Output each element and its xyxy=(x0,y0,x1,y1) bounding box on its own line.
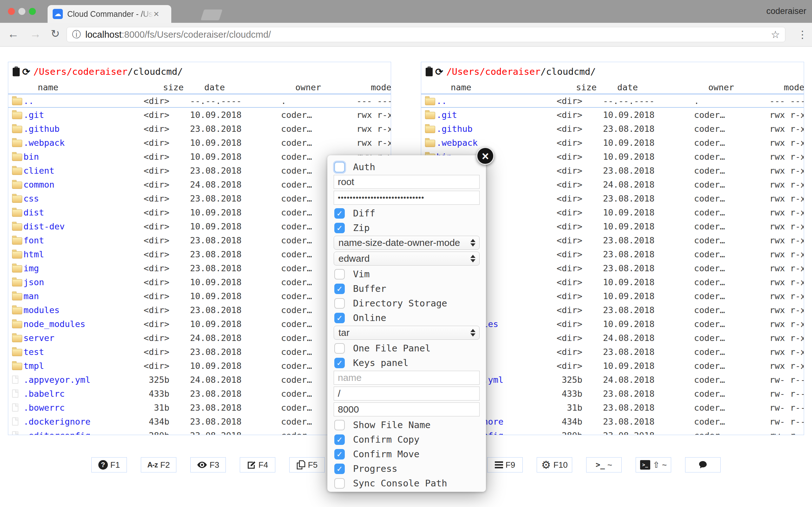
file-row[interactable]: .github<dir>23.08.2018coderaiserrwx r-x … xyxy=(8,122,391,135)
column-header-date[interactable]: date xyxy=(597,82,690,92)
progress-checkbox[interactable]: ✓ xyxy=(334,464,345,474)
window-close-button[interactable] xyxy=(8,8,15,15)
file-name-link[interactable]: font xyxy=(23,235,135,245)
copy-button[interactable]: F5 xyxy=(289,457,325,472)
close-icon[interactable]: × xyxy=(476,147,494,165)
view-button[interactable]: F3 xyxy=(190,457,226,472)
terminal-button[interactable]: >_⇧ ~ xyxy=(636,457,671,472)
file-row[interactable]: .webpack<dir>10.09.2018coderaiserrwx r-x… xyxy=(8,135,391,150)
file-name-link[interactable]: .webpack xyxy=(437,138,548,148)
file-row[interactable]: .github<dir>23.08.2018coderaiserrwx r-x … xyxy=(421,122,804,135)
keys-panel-checkbox[interactable]: ✓ xyxy=(334,358,345,368)
editor-select[interactable]: edward xyxy=(334,251,479,266)
console-button[interactable]: >_~ xyxy=(586,457,622,472)
file-name-link[interactable]: .webpack xyxy=(23,138,135,148)
columns-select[interactable]: name-size-date-owner-mode xyxy=(334,236,479,250)
column-header-owner[interactable]: owner xyxy=(277,82,355,92)
window-zoom-button[interactable] xyxy=(29,8,36,15)
new-tab-button[interactable] xyxy=(200,9,222,20)
auth-checkbox[interactable] xyxy=(334,162,345,172)
file-name-link[interactable]: man xyxy=(23,291,135,301)
file-name-link[interactable]: json xyxy=(23,277,135,287)
clipboard-icon[interactable] xyxy=(12,66,20,77)
bookmark-star-icon[interactable]: ☆ xyxy=(771,29,780,41)
file-name-link[interactable]: css xyxy=(23,193,135,204)
file-name-link[interactable]: .bowerrc xyxy=(23,403,135,412)
file-name-link[interactable]: .editorconfig xyxy=(23,431,135,435)
file-name-link[interactable]: modules xyxy=(23,305,135,315)
column-header-size[interactable]: size xyxy=(562,82,597,92)
file-name-link[interactable]: .. xyxy=(23,96,135,106)
file-name-link[interactable]: .github xyxy=(437,124,548,134)
file-row[interactable]: .webpack<dir>10.09.2018coderaiserrwx r-x… xyxy=(421,135,804,150)
file-name-link[interactable]: tmpl xyxy=(23,361,135,371)
zip-checkbox[interactable]: ✓ xyxy=(334,223,345,233)
file-name-link[interactable]: img xyxy=(23,263,135,273)
sync-console-path-checkbox[interactable] xyxy=(334,478,345,489)
file-name-link[interactable]: .appveyor.yml xyxy=(23,375,135,385)
show-file-name-checkbox[interactable] xyxy=(334,420,345,430)
path-link[interactable]: /Users/coderaiser xyxy=(446,66,541,77)
browser-tab[interactable]: ☁ Cloud Commander - /Users/co × xyxy=(48,5,171,23)
file-row[interactable]: .git<dir>10.09.2018coderaiserrwx r-x r-x xyxy=(421,108,804,122)
refresh-icon[interactable]: ⟳ xyxy=(435,66,443,77)
file-name-link[interactable]: common xyxy=(23,180,135,189)
file-name-link[interactable]: .github xyxy=(23,124,135,134)
tab-close-icon[interactable]: × xyxy=(154,9,159,19)
file-name-link[interactable]: .babelrc xyxy=(23,389,135,399)
file-row[interactable]: ..<dir>--.--.----.--- --- --- xyxy=(421,94,804,108)
confirm-copy-checkbox[interactable]: ✓ xyxy=(334,435,345,445)
file-name-link[interactable]: dist-dev xyxy=(23,222,135,231)
help-button[interactable]: ?F1 xyxy=(91,457,127,472)
diff-checkbox[interactable]: ✓ xyxy=(334,208,345,219)
file-name-link[interactable]: client xyxy=(23,166,135,176)
directory-storage-checkbox[interactable] xyxy=(334,298,345,308)
browser-menu-icon[interactable]: ⋮ xyxy=(798,29,808,41)
file-name-link[interactable]: .git xyxy=(23,110,135,120)
online-checkbox[interactable]: ✓ xyxy=(334,313,345,323)
info-icon[interactable]: ⓘ xyxy=(72,29,81,41)
column-header-date[interactable]: date xyxy=(184,82,277,92)
file-name-link[interactable]: .git xyxy=(437,110,548,120)
file-row[interactable]: .git<dir>10.09.2018coderaiserrwx r-x r-x xyxy=(8,108,391,122)
reload-button[interactable]: ↻ xyxy=(51,27,60,40)
packer-select[interactable]: tar xyxy=(334,326,479,340)
column-header-owner[interactable]: owner xyxy=(690,82,768,92)
column-header-name[interactable]: name xyxy=(437,82,562,92)
buffer-checkbox[interactable]: ✓ xyxy=(334,284,345,294)
edit-button[interactable]: F4 xyxy=(240,457,275,472)
column-header-size[interactable]: size xyxy=(149,82,184,92)
column-header-mode[interactable]: mode xyxy=(355,82,391,92)
column-header-mode[interactable]: mode xyxy=(768,82,804,92)
chat-button[interactable] xyxy=(685,457,721,472)
address-bar[interactable]: ⓘ localhost :8000/fs/Users/coderaiser/cl… xyxy=(67,27,785,42)
file-name-link[interactable]: server xyxy=(23,333,135,343)
name-input[interactable] xyxy=(334,371,479,385)
password-input[interactable] xyxy=(334,191,479,205)
root-input[interactable] xyxy=(334,387,479,400)
file-row[interactable]: ..<dir>--.--.----.--- --- --- xyxy=(8,94,391,108)
refresh-icon[interactable]: ⟳ xyxy=(22,66,30,77)
file-name-link[interactable]: node_modules xyxy=(23,319,135,329)
file-name-link[interactable]: test xyxy=(23,347,135,357)
file-name-link[interactable]: bin xyxy=(23,152,135,162)
file-name-link[interactable]: dist xyxy=(23,208,135,217)
config-button[interactable]: ⚙F10 xyxy=(537,457,572,472)
port-input[interactable] xyxy=(334,402,479,416)
window-minimize-button[interactable] xyxy=(18,8,26,15)
file-name-link[interactable]: .. xyxy=(437,96,548,106)
column-header-name[interactable]: name xyxy=(23,82,149,92)
username-input[interactable] xyxy=(334,175,479,189)
file-date: 10.09.2018 xyxy=(169,222,263,231)
one-file-panel-checkbox[interactable] xyxy=(334,343,345,354)
confirm-move-checkbox[interactable]: ✓ xyxy=(334,449,345,459)
vim-checkbox[interactable] xyxy=(334,269,345,279)
file-name-link[interactable]: html xyxy=(23,249,135,259)
back-button[interactable]: ← xyxy=(8,27,19,41)
rename-button[interactable]: A-zF2 xyxy=(141,457,176,472)
clipboard-icon[interactable] xyxy=(425,66,433,77)
menu-button[interactable]: F9 xyxy=(487,457,523,472)
path-link[interactable]: /Users/coderaiser xyxy=(33,66,128,77)
file-name-link[interactable]: .dockerignore xyxy=(23,417,135,427)
cloudcmd-page: ⟳ /Users/coderaiser/cloudcmd/ name size … xyxy=(0,47,812,507)
